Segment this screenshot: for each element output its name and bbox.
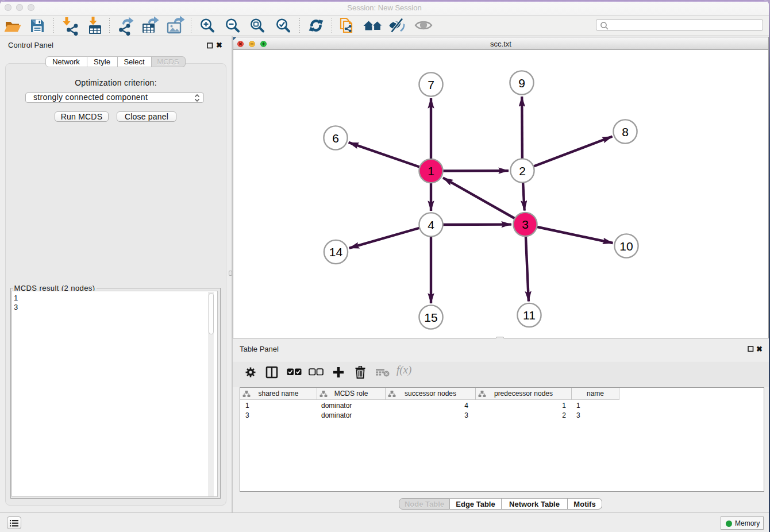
svg-text:8: 8 (622, 125, 629, 138)
svg-text:3: 3 (522, 218, 529, 231)
svg-text:6: 6 (332, 132, 339, 145)
svg-text:4: 4 (428, 218, 434, 232)
svg-text:2: 2 (519, 164, 526, 178)
svg-text:15: 15 (424, 311, 437, 324)
svg-text:1: 1 (428, 164, 434, 178)
svg-text:9: 9 (518, 76, 525, 90)
svg-text:10: 10 (619, 240, 633, 253)
svg-text:14: 14 (329, 245, 343, 259)
svg-text:11: 11 (523, 309, 536, 322)
svg-text:7: 7 (428, 78, 434, 91)
